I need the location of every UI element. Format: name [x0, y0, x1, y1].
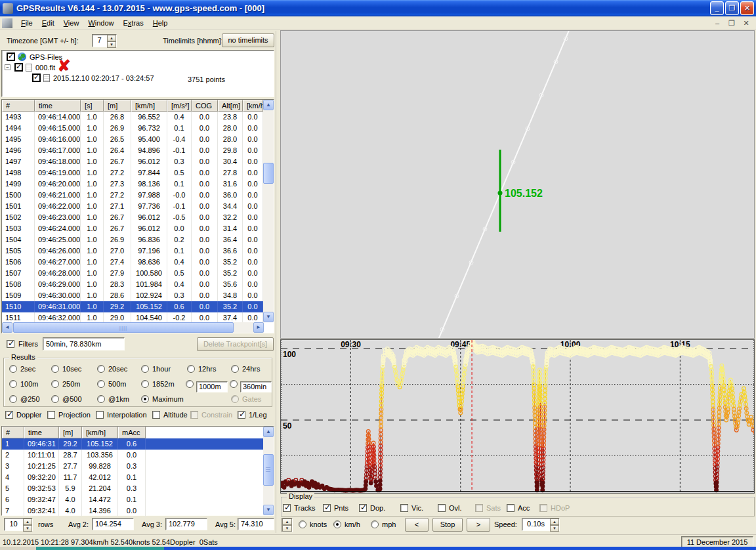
- column-header[interactable]: [m]: [59, 427, 82, 438]
- checkbox-ovl-[interactable]: Ovl.: [438, 504, 462, 512]
- filters-checkbox[interactable]: [7, 340, 14, 348]
- scroll-down-icon[interactable]: ▼: [263, 312, 274, 322]
- scroll-up-icon[interactable]: ▲: [263, 427, 274, 437]
- radio-maximum[interactable]: Maximum: [141, 395, 184, 403]
- checkbox-icon[interactable]: [152, 411, 160, 419]
- table-row[interactable]: 709:32:414.014.3960.0: [2, 505, 274, 517]
- checkbox-interpolation[interactable]: Interpolation: [96, 411, 147, 419]
- menu-extras[interactable]: Extras: [119, 18, 148, 28]
- radio-mph[interactable]: mph: [371, 520, 396, 528]
- delete-trackpoints-button[interactable]: Delete Trackpoint[s]: [197, 337, 274, 351]
- radio-360min[interactable]: 360min: [230, 380, 272, 392]
- radio-20sec[interactable]: 20sec: [97, 365, 127, 373]
- radio-icon[interactable]: [9, 395, 17, 403]
- table-row[interactable]: 149409:46:15.0001.026.996.7320.10.028.00…: [2, 123, 274, 134]
- radio-250m[interactable]: 250m: [51, 380, 81, 388]
- timezone-spinner[interactable]: 7 ▲▼: [92, 34, 117, 47]
- radio--250[interactable]: @250: [9, 395, 40, 403]
- scroll-thumb[interactable]: |||: [263, 454, 274, 486]
- checkbox-icon[interactable]: [507, 504, 514, 512]
- radio-10sec[interactable]: 10sec: [51, 365, 81, 373]
- radio-icon[interactable]: [97, 395, 105, 403]
- checkbox-icon[interactable]: [475, 504, 483, 512]
- checkbox-tracks[interactable]: Tracks: [283, 504, 316, 512]
- table-row[interactable]: 150109:46:22.0001.027.197.736-0.10.034.4…: [2, 201, 274, 212]
- checkbox-dop-[interactable]: Dop.: [359, 504, 385, 512]
- radio--500[interactable]: @500: [51, 395, 82, 403]
- mdi-restore-icon[interactable]: ❐: [727, 19, 736, 28]
- checkbox-constrain[interactable]: Constrain: [190, 411, 232, 419]
- column-header[interactable]: #: [2, 427, 24, 438]
- radio-icon[interactable]: [187, 365, 195, 373]
- radio-icon[interactable]: [141, 365, 149, 373]
- checkbox-hdop[interactable]: HDoP: [539, 504, 570, 512]
- table-row[interactable]: 150409:46:25.0001.026.996.8360.20.036.40…: [2, 234, 274, 245]
- collapse-icon[interactable]: −: [5, 64, 10, 70]
- radio-1000m[interactable]: 1000m: [186, 380, 228, 392]
- mdi-close-icon[interactable]: ✕: [742, 19, 751, 28]
- radio-12hrs[interactable]: 12hrs: [187, 365, 217, 373]
- column-header[interactable]: time: [24, 427, 59, 438]
- radio-1852m[interactable]: 1852m: [141, 380, 175, 388]
- radio-500m[interactable]: 500m: [97, 380, 127, 388]
- radio-icon[interactable]: [186, 380, 194, 388]
- tree-item-session[interactable]: 2015.12.10 02:20:17 - 03:24:57: [32, 74, 154, 82]
- checkbox-icon[interactable]: [400, 504, 408, 512]
- minimize-button[interactable]: _: [710, 1, 724, 15]
- table-row[interactable]: 149509:46:16.0001.026.595.400-0.40.028.0…: [2, 134, 274, 145]
- column-header[interactable]: [km/h]: [243, 100, 263, 112]
- checkbox-icon[interactable]: [539, 504, 547, 512]
- checkbox-vic-[interactable]: Vic.: [400, 504, 423, 512]
- table-row[interactable]: 109:46:3129.2105.1520.6: [2, 438, 274, 450]
- timezone-down-icon[interactable]: ▼: [107, 41, 116, 48]
- track-map[interactable]: 105.152: [280, 30, 755, 339]
- radio--1km[interactable]: @1km: [97, 395, 129, 403]
- column-header[interactable]: [km/h]: [131, 100, 167, 112]
- table-row[interactable]: 150809:46:29.0001.028.3101.9840.40.035.6…: [2, 279, 274, 290]
- scroll-up-icon[interactable]: ▲: [263, 100, 274, 110]
- checkbox-checked-icon[interactable]: [32, 74, 41, 82]
- radio-icon[interactable]: [9, 365, 17, 373]
- table-vscrollbar[interactable]: ▲ ▼: [263, 100, 274, 322]
- checkbox-icon[interactable]: [190, 411, 198, 419]
- column-header[interactable]: #: [2, 100, 35, 112]
- table-row[interactable]: 210:11:0128.7103.3560.0: [2, 450, 274, 461]
- speed-down-icon[interactable]: ▼: [550, 525, 559, 532]
- chart-scale-spinner[interactable]: ▲▼: [282, 518, 293, 532]
- step-back-button[interactable]: <: [405, 518, 429, 532]
- scale-up-icon[interactable]: ▲: [282, 518, 292, 525]
- scroll-down-icon[interactable]: ▼: [263, 505, 274, 515]
- option-editbox[interactable]: 1000m: [196, 381, 228, 392]
- timezone-up-icon[interactable]: ▲: [107, 35, 116, 41]
- stop-button[interactable]: Stop: [432, 518, 463, 532]
- radio-icon[interactable]: [333, 520, 341, 528]
- checkbox-altitude[interactable]: Altitude: [152, 411, 188, 419]
- table-row[interactable]: 149809:46:19.0001.027.297.8440.50.027.80…: [2, 167, 274, 179]
- table-row[interactable]: 310:21:2527.799.8280.3: [2, 461, 274, 472]
- results-vscrollbar[interactable]: ▲ ||| ▼: [263, 427, 274, 515]
- column-header[interactable]: Alt[m]: [218, 100, 243, 112]
- checkbox-icon[interactable]: [438, 504, 446, 512]
- scale-down-icon[interactable]: ▼: [282, 525, 292, 532]
- table-row[interactable]: 149709:46:18.0001.026.796.0120.30.030.40…: [2, 156, 274, 167]
- timelimits-button[interactable]: no timelimits: [222, 33, 274, 47]
- filters-field[interactable]: 50min, 78.830km: [43, 337, 125, 350]
- radio-icon[interactable]: [51, 395, 59, 403]
- radio-icon[interactable]: [299, 520, 306, 528]
- column-header[interactable]: time: [35, 100, 81, 112]
- table-row[interactable]: 150309:46:24.0001.026.796.0120.00.031.40…: [2, 223, 274, 234]
- radio-icon[interactable]: [51, 380, 59, 388]
- table-row[interactable]: 409:32:2011.742.0120.1: [2, 472, 274, 483]
- radio-icon[interactable]: [141, 380, 149, 388]
- menu-view[interactable]: View: [59, 18, 84, 28]
- speed-chart[interactable]: 09:3009:4510:0010:1510050: [280, 339, 755, 494]
- table-row[interactable]: 149909:46:20.0001.027.398.1360.10.031.60…: [2, 179, 274, 190]
- tree-item-gps-files[interactable]: GPS-Files: [7, 53, 62, 61]
- checkbox-icon[interactable]: [96, 411, 104, 419]
- column-header[interactable]: mAcc: [118, 427, 146, 438]
- menu-window[interactable]: Window: [83, 18, 118, 28]
- checkbox-1-leg[interactable]: 1/Leg: [238, 411, 267, 419]
- checkbox-acc[interactable]: Acc: [507, 504, 530, 512]
- checkbox-icon[interactable]: [238, 411, 245, 419]
- radio-icon[interactable]: [97, 380, 105, 388]
